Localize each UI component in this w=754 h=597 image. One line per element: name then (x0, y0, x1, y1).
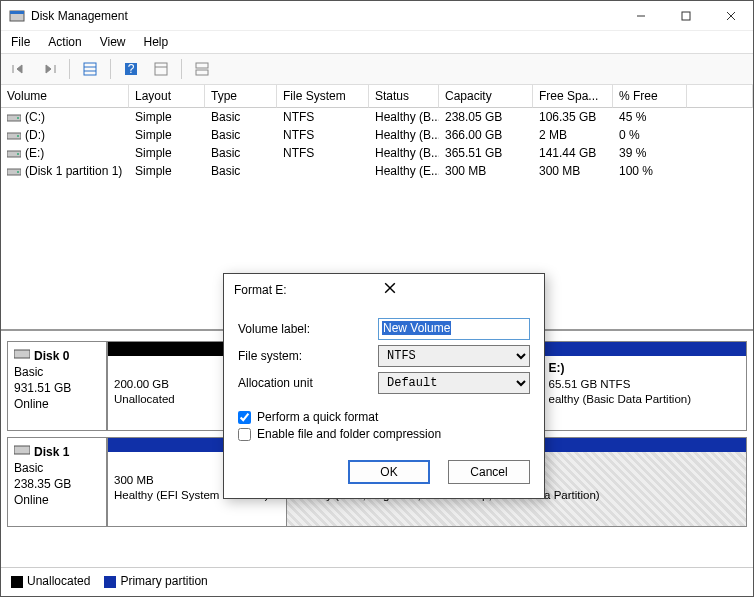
svg-rect-13 (196, 63, 208, 68)
volume-label-input[interactable]: New Volume (378, 318, 530, 340)
table-row[interactable]: (E:)SimpleBasicNTFSHealthy (B...365.51 G… (1, 144, 753, 162)
table-row[interactable]: (D:)SimpleBasicNTFSHealthy (B...366.00 G… (1, 126, 753, 144)
menu-view[interactable]: View (100, 35, 126, 49)
toolbar: ? (1, 53, 753, 85)
cancel-button[interactable]: Cancel (448, 460, 530, 484)
menu-file[interactable]: File (11, 35, 30, 49)
properties-button[interactable] (149, 58, 173, 80)
col-free[interactable]: Free Spa... (533, 85, 613, 108)
legend: Unallocated Primary partition (1, 567, 753, 594)
partition[interactable]: E:)65.51 GB NTFSealthy (Basic Data Parti… (542, 342, 746, 430)
app-icon (9, 8, 25, 24)
svg-point-22 (17, 171, 19, 173)
drive-icon (7, 112, 21, 122)
disk-icon (14, 444, 30, 459)
drive-icon (7, 130, 21, 140)
col-status[interactable]: Status (369, 85, 439, 108)
label-volume-label: Volume label: (238, 322, 378, 336)
layout-button[interactable] (190, 58, 214, 80)
file-system-select[interactable]: NTFS (378, 345, 530, 367)
svg-point-16 (17, 117, 19, 119)
legend-unallocated: Unallocated (27, 574, 90, 588)
col-capacity[interactable]: Capacity (439, 85, 533, 108)
compression-checkbox[interactable]: Enable file and folder compression (238, 427, 530, 441)
col-volume[interactable]: Volume (1, 85, 129, 108)
minimize-button[interactable] (618, 1, 663, 31)
close-button[interactable] (708, 1, 753, 31)
col-pctfree[interactable]: % Free (613, 85, 687, 108)
label-file-system: File system: (238, 349, 378, 363)
help-button[interactable]: ? (119, 58, 143, 80)
disk-label[interactable]: Disk 0Basic931.51 GBOnline (7, 341, 107, 431)
table-row[interactable]: (Disk 1 partition 1)SimpleBasicHealthy (… (1, 162, 753, 180)
label-allocation-unit: Allocation unit (238, 376, 378, 390)
svg-rect-1 (10, 11, 24, 14)
back-button[interactable] (7, 58, 31, 80)
ok-button[interactable]: OK (348, 460, 430, 484)
titlebar: Disk Management (1, 1, 753, 31)
svg-rect-14 (196, 70, 208, 75)
drive-icon (7, 148, 21, 158)
svg-rect-11 (155, 63, 167, 75)
allocation-unit-select[interactable]: Default (378, 372, 530, 394)
quick-format-checkbox[interactable]: Perform a quick format (238, 410, 530, 424)
format-dialog: Format E: Volume label: New Volume File … (223, 273, 545, 499)
table-row[interactable]: (C:)SimpleBasicNTFSHealthy (B...238.05 G… (1, 108, 753, 126)
disk-label[interactable]: Disk 1Basic238.35 GBOnline (7, 437, 107, 527)
swatch-unallocated (11, 576, 23, 588)
quick-format-label: Perform a quick format (257, 410, 378, 424)
menubar: File Action View Help (1, 31, 753, 53)
col-fs[interactable]: File System (277, 85, 369, 108)
svg-text:?: ? (128, 62, 135, 76)
svg-point-18 (17, 135, 19, 137)
col-layout[interactable]: Layout (129, 85, 205, 108)
column-headers[interactable]: Volume Layout Type File System Status Ca… (1, 85, 753, 108)
dialog-title: Format E: (234, 283, 384, 297)
menu-help[interactable]: Help (144, 35, 169, 49)
maximize-button[interactable] (663, 1, 708, 31)
forward-button[interactable] (37, 58, 61, 80)
legend-primary: Primary partition (120, 574, 207, 588)
compression-label: Enable file and folder compression (257, 427, 441, 441)
svg-rect-23 (14, 350, 30, 358)
dialog-close-button[interactable] (384, 282, 534, 297)
menu-action[interactable]: Action (48, 35, 81, 49)
svg-rect-6 (84, 63, 96, 75)
svg-point-20 (17, 153, 19, 155)
window-title: Disk Management (31, 9, 618, 23)
drive-icon (7, 166, 21, 176)
disk-icon (14, 348, 30, 363)
show-hide-button[interactable] (78, 58, 102, 80)
swatch-primary (104, 576, 116, 588)
col-type[interactable]: Type (205, 85, 277, 108)
svg-rect-3 (682, 12, 690, 20)
svg-rect-24 (14, 446, 30, 454)
